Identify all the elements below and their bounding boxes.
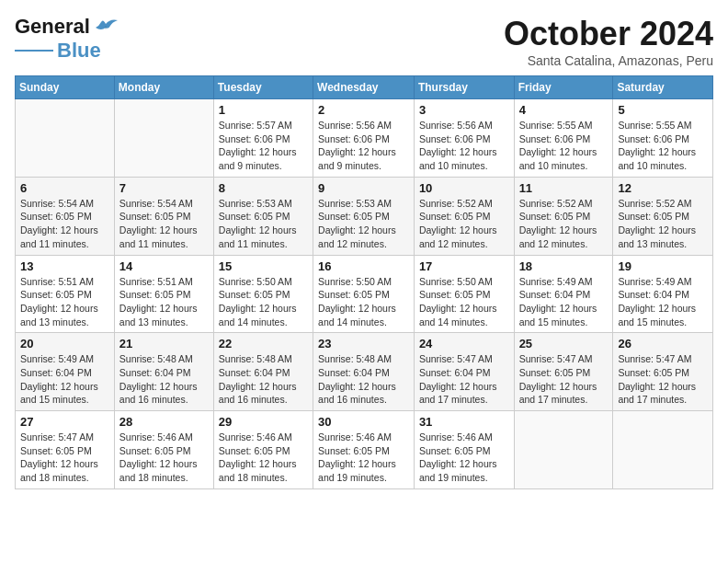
day-number: 13 xyxy=(20,259,109,273)
calendar-day-24: 24Sunrise: 5:47 AMSunset: 6:04 PMDayligh… xyxy=(414,333,514,411)
day-info: Sunrise: 5:46 AMSunset: 6:05 PMDaylight:… xyxy=(419,431,509,485)
day-info: Sunrise: 5:51 AMSunset: 6:05 PMDaylight:… xyxy=(119,275,209,329)
day-info: Sunrise: 5:49 AMSunset: 6:04 PMDaylight:… xyxy=(20,352,109,407)
calendar-day-29: 29Sunrise: 5:46 AMSunset: 6:05 PMDayligh… xyxy=(213,411,313,489)
day-info: Sunrise: 5:53 AMSunset: 6:05 PMDaylight:… xyxy=(318,197,409,251)
calendar-day-18: 18Sunrise: 5:49 AMSunset: 6:04 PMDayligh… xyxy=(514,255,613,333)
calendar-day-23: 23Sunrise: 5:48 AMSunset: 6:04 PMDayligh… xyxy=(313,333,415,411)
day-info: Sunrise: 5:49 AMSunset: 6:04 PMDaylight:… xyxy=(618,275,708,329)
calendar-week-row: 6Sunrise: 5:54 AMSunset: 6:05 PMDaylight… xyxy=(16,177,713,255)
day-info: Sunrise: 5:49 AMSunset: 6:04 PMDaylight:… xyxy=(519,275,609,329)
calendar-day-15: 15Sunrise: 5:50 AMSunset: 6:05 PMDayligh… xyxy=(213,255,313,333)
calendar-day-7: 7Sunrise: 5:54 AMSunset: 6:05 PMDaylight… xyxy=(114,177,213,255)
page-header: General Blue October 2024 Santa Catalina… xyxy=(15,15,713,68)
day-number: 3 xyxy=(419,103,509,117)
calendar-day-9: 9Sunrise: 5:53 AMSunset: 6:05 PMDaylight… xyxy=(313,177,415,255)
day-info: Sunrise: 5:46 AMSunset: 6:05 PMDaylight:… xyxy=(318,431,409,485)
calendar-week-row: 27Sunrise: 5:47 AMSunset: 6:05 PMDayligh… xyxy=(16,411,713,489)
calendar-day-6: 6Sunrise: 5:54 AMSunset: 6:05 PMDaylight… xyxy=(16,177,115,255)
calendar-day-3: 3Sunrise: 5:56 AMSunset: 6:06 PMDaylight… xyxy=(414,99,514,178)
day-number: 20 xyxy=(20,337,109,350)
day-number: 2 xyxy=(318,103,409,117)
month-title: October 2024 xyxy=(504,15,713,53)
day-number: 24 xyxy=(419,337,509,350)
day-info: Sunrise: 5:55 AMSunset: 6:06 PMDaylight:… xyxy=(618,119,708,173)
calendar-week-row: 13Sunrise: 5:51 AMSunset: 6:05 PMDayligh… xyxy=(16,255,713,333)
day-info: Sunrise: 5:46 AMSunset: 6:05 PMDaylight:… xyxy=(219,431,308,485)
weekday-header-thursday: Thursday xyxy=(414,76,514,99)
calendar-day-17: 17Sunrise: 5:50 AMSunset: 6:05 PMDayligh… xyxy=(414,255,514,333)
calendar-table: SundayMondayTuesdayWednesdayThursdayFrid… xyxy=(15,75,713,489)
calendar-day-10: 10Sunrise: 5:52 AMSunset: 6:05 PMDayligh… xyxy=(414,177,514,255)
day-info: Sunrise: 5:46 AMSunset: 6:05 PMDaylight:… xyxy=(119,431,209,485)
weekday-header-friday: Friday xyxy=(514,76,613,99)
day-number: 11 xyxy=(519,181,609,195)
calendar-day-22: 22Sunrise: 5:48 AMSunset: 6:04 PMDayligh… xyxy=(213,333,313,411)
day-info: Sunrise: 5:47 AMSunset: 6:05 PMDaylight:… xyxy=(618,352,708,407)
weekday-header-monday: Monday xyxy=(114,76,213,99)
day-info: Sunrise: 5:47 AMSunset: 6:05 PMDaylight:… xyxy=(519,352,609,407)
day-info: Sunrise: 5:55 AMSunset: 6:06 PMDaylight:… xyxy=(519,119,609,173)
logo-bird-icon xyxy=(92,17,119,37)
weekday-header-row: SundayMondayTuesdayWednesdayThursdayFrid… xyxy=(16,76,713,99)
calendar-day-4: 4Sunrise: 5:55 AMSunset: 6:06 PMDaylight… xyxy=(514,99,613,178)
day-number: 8 xyxy=(219,181,308,195)
weekday-header-sunday: Sunday xyxy=(16,76,115,99)
day-info: Sunrise: 5:48 AMSunset: 6:04 PMDaylight:… xyxy=(219,352,308,407)
calendar-empty-cell xyxy=(514,411,613,489)
weekday-header-saturday: Saturday xyxy=(613,76,713,99)
day-number: 23 xyxy=(318,337,409,350)
title-area: October 2024 Santa Catalina, Amazonas, P… xyxy=(504,15,713,68)
calendar-empty-cell xyxy=(114,99,213,178)
logo: General Blue xyxy=(15,15,119,63)
calendar-day-19: 19Sunrise: 5:49 AMSunset: 6:04 PMDayligh… xyxy=(613,255,713,333)
calendar-day-13: 13Sunrise: 5:51 AMSunset: 6:05 PMDayligh… xyxy=(16,255,115,333)
calendar-day-2: 2Sunrise: 5:56 AMSunset: 6:06 PMDaylight… xyxy=(313,99,415,178)
day-info: Sunrise: 5:48 AMSunset: 6:04 PMDaylight:… xyxy=(318,352,409,407)
calendar-day-12: 12Sunrise: 5:52 AMSunset: 6:05 PMDayligh… xyxy=(613,177,713,255)
calendar-day-27: 27Sunrise: 5:47 AMSunset: 6:05 PMDayligh… xyxy=(16,411,115,489)
calendar-day-14: 14Sunrise: 5:51 AMSunset: 6:05 PMDayligh… xyxy=(114,255,213,333)
calendar-day-30: 30Sunrise: 5:46 AMSunset: 6:05 PMDayligh… xyxy=(313,411,415,489)
location-subtitle: Santa Catalina, Amazonas, Peru xyxy=(504,53,713,68)
logo-blue-text: Blue xyxy=(57,39,101,63)
day-info: Sunrise: 5:52 AMSunset: 6:05 PMDaylight:… xyxy=(419,197,509,251)
calendar-day-21: 21Sunrise: 5:48 AMSunset: 6:04 PMDayligh… xyxy=(114,333,213,411)
day-info: Sunrise: 5:52 AMSunset: 6:05 PMDaylight:… xyxy=(618,197,708,251)
day-number: 7 xyxy=(119,181,209,195)
calendar-day-26: 26Sunrise: 5:47 AMSunset: 6:05 PMDayligh… xyxy=(613,333,713,411)
day-number: 25 xyxy=(519,337,609,350)
day-number: 16 xyxy=(318,259,409,273)
day-number: 10 xyxy=(419,181,509,195)
day-number: 12 xyxy=(618,181,708,195)
day-number: 5 xyxy=(618,103,708,117)
day-info: Sunrise: 5:50 AMSunset: 6:05 PMDaylight:… xyxy=(219,275,308,329)
calendar-empty-cell xyxy=(16,99,115,178)
day-number: 21 xyxy=(119,337,209,350)
calendar-day-20: 20Sunrise: 5:49 AMSunset: 6:04 PMDayligh… xyxy=(16,333,115,411)
day-info: Sunrise: 5:56 AMSunset: 6:06 PMDaylight:… xyxy=(419,119,509,173)
day-number: 22 xyxy=(219,337,308,350)
calendar-day-28: 28Sunrise: 5:46 AMSunset: 6:05 PMDayligh… xyxy=(114,411,213,489)
day-info: Sunrise: 5:56 AMSunset: 6:06 PMDaylight:… xyxy=(318,119,409,173)
day-number: 17 xyxy=(419,259,509,273)
weekday-header-tuesday: Tuesday xyxy=(213,76,313,99)
day-info: Sunrise: 5:54 AMSunset: 6:05 PMDaylight:… xyxy=(20,197,109,251)
day-number: 30 xyxy=(318,415,409,429)
calendar-week-row: 20Sunrise: 5:49 AMSunset: 6:04 PMDayligh… xyxy=(16,333,713,411)
day-number: 9 xyxy=(318,181,409,195)
weekday-header-wednesday: Wednesday xyxy=(313,76,415,99)
day-number: 19 xyxy=(618,259,708,273)
day-number: 14 xyxy=(119,259,209,273)
day-info: Sunrise: 5:47 AMSunset: 6:05 PMDaylight:… xyxy=(20,431,109,485)
calendar-week-row: 1Sunrise: 5:57 AMSunset: 6:06 PMDaylight… xyxy=(16,99,713,178)
calendar-empty-cell xyxy=(613,411,713,489)
calendar-day-1: 1Sunrise: 5:57 AMSunset: 6:06 PMDaylight… xyxy=(213,99,313,178)
day-number: 6 xyxy=(20,181,109,195)
day-info: Sunrise: 5:53 AMSunset: 6:05 PMDaylight:… xyxy=(219,197,308,251)
day-number: 29 xyxy=(219,415,308,429)
day-number: 15 xyxy=(219,259,308,273)
calendar-day-25: 25Sunrise: 5:47 AMSunset: 6:05 PMDayligh… xyxy=(514,333,613,411)
day-info: Sunrise: 5:54 AMSunset: 6:05 PMDaylight:… xyxy=(119,197,209,251)
day-info: Sunrise: 5:52 AMSunset: 6:05 PMDaylight:… xyxy=(519,197,609,251)
